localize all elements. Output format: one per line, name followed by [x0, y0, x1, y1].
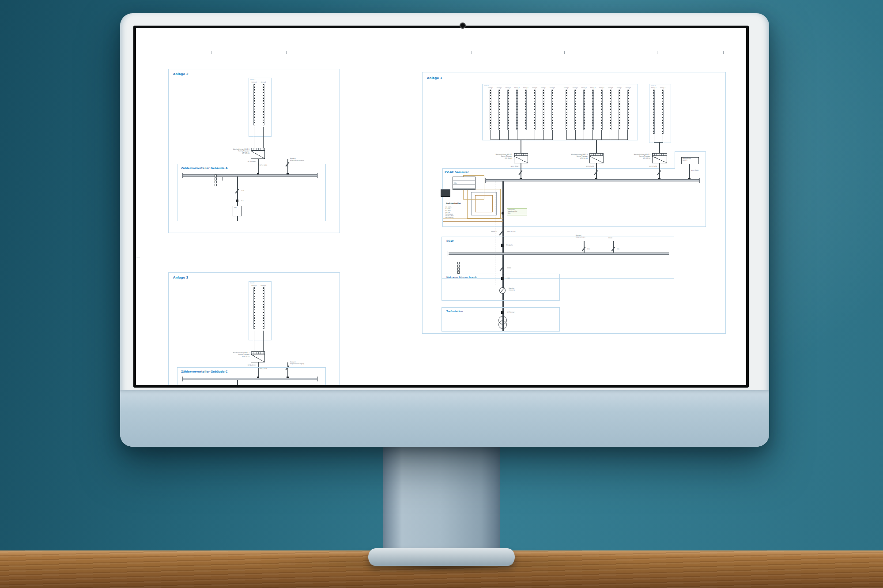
frame-tick — [564, 51, 565, 54]
dc-wire — [263, 127, 264, 148]
dc-wire — [491, 130, 491, 139]
busbar — [183, 378, 317, 380]
imac-stand-neck — [383, 444, 500, 552]
controller-legend: K1 100%K2 60%K3 30%K4 0%RundsteuerModbus… — [445, 206, 454, 219]
frame-left-mark — [136, 257, 140, 257]
pv-module-chain — [619, 90, 620, 130]
device-square — [236, 200, 238, 202]
anlage2-panel-title: Zählervorverteiler Gebäude A — [181, 166, 228, 170]
dc-collector — [654, 142, 663, 143]
anlage1-string-group-c: String 1String 2 — [649, 87, 667, 134]
anlage3-string-group: String 1String 2 — [249, 285, 268, 329]
anlage1-roof1-label: Dach 1 — [484, 85, 489, 87]
pv-string-label: String 8 — [550, 87, 555, 89]
pv-module-chain — [263, 84, 264, 125]
frame-tick — [211, 51, 211, 54]
anlage2-inverter-labels: Wechselrichter WR 2.1Sunny TripowerSTP 2… — [221, 148, 249, 154]
dc-collector — [566, 139, 628, 140]
pv-string: String 1 — [249, 81, 259, 125]
dc-collector — [491, 139, 553, 140]
switch-icon — [498, 231, 504, 236]
pv-module-chain — [516, 90, 518, 130]
dc-wire — [619, 130, 619, 139]
inverter-label-line: STP 50-41 — [505, 158, 512, 159]
anlage2-string-group: String 1String 2 — [249, 81, 268, 125]
anlage2-title: Anlage 2 — [173, 72, 189, 76]
pvac-busbar — [486, 179, 699, 181]
pvac-title: PV-AC Sammler — [445, 170, 469, 173]
egw-drop2-fuse-label: 35A — [617, 249, 619, 250]
feed2-label-line: Allgemeinversorgung — [290, 160, 304, 162]
imac-stand-foot — [368, 548, 515, 566]
anlage2-roof-label: Dach 1 — [250, 79, 255, 80]
pv-string-label: String 4 — [514, 87, 520, 89]
ac-drop-label: NYY-J 5x16 — [642, 166, 657, 167]
anlage1-roof2-label: Dach 2 — [651, 85, 656, 87]
measure-tap-label: ÜbergabeMessung EZAP/Q — [507, 208, 527, 215]
pv-string: String 1 — [649, 87, 658, 134]
screen-bezel: Anlage 2 Dach 1 String 1String 2 Wechsel… — [133, 26, 749, 388]
device-square — [501, 244, 504, 247]
dc-wire — [663, 134, 663, 142]
anlage3-roof-label: Dach 1 — [250, 282, 255, 284]
pv-module-chain — [507, 90, 509, 130]
ac-drop-label: NYY-J 5x16 — [579, 166, 594, 167]
nas-meter-labels: Wandler-messung — [509, 288, 515, 291]
pv-string-label: String 1 — [252, 81, 257, 83]
wr2-labels: Wechselrichter WR 1.2Sunny TripowerSTP 5… — [559, 154, 588, 159]
pv-module-chain — [253, 84, 255, 125]
pv-string-label: String 6 — [532, 87, 537, 89]
measure-tap-dot — [502, 212, 504, 215]
tap-label-line: P/Q — [508, 213, 526, 215]
inverter-symbol-wr2 — [589, 156, 604, 163]
fuse-squares — [457, 262, 460, 274]
egw-drop1-fuse-label: 63A — [587, 249, 590, 250]
pv-string-label: String 2 — [261, 285, 266, 286]
pv-module-chain — [253, 287, 255, 329]
pv-module-chain — [263, 287, 264, 329]
ac-drop-label: NYY-J 5x16 — [503, 166, 518, 167]
pv-string: String 5 — [597, 87, 606, 130]
fuse-icon — [215, 174, 217, 177]
pv-string: String 2 — [571, 87, 580, 130]
dc-feed — [659, 142, 660, 153]
egw-drop2-label: NSHV — [608, 237, 612, 239]
pv-string: String 6 — [606, 87, 615, 130]
pv-string: String 1 — [249, 285, 259, 329]
frame-tick — [472, 51, 472, 54]
switch-icon — [581, 247, 587, 252]
pv-string-label: String 6 — [608, 87, 613, 89]
pv-module-chain — [653, 90, 655, 134]
inverter-label-line: STP 25-50 — [242, 152, 249, 154]
inverter-symbol — [251, 354, 265, 362]
busbar — [183, 174, 317, 177]
fuse-icon — [215, 181, 217, 183]
switch-icon — [517, 170, 524, 175]
switch-icon — [656, 170, 662, 175]
pv-module-chain — [490, 90, 491, 130]
pv-string-label: String 2 — [573, 87, 578, 89]
pv-string: String 4 — [513, 87, 521, 130]
fuse-icon — [457, 268, 460, 271]
dc-wire — [543, 130, 544, 139]
nas-meter-label: messung — [509, 290, 515, 291]
frame-tick — [379, 51, 379, 54]
meter-text: eHZ — [234, 207, 237, 208]
gen-meter-line: WR 1.3 — [683, 160, 698, 162]
screen-content: Anlage 2 Dach 1 String 1String 2 Wechsel… — [136, 28, 746, 385]
dc-wire — [254, 127, 254, 148]
nas-title: Netzanschlussschrank — [446, 276, 477, 279]
pv-module-chain — [627, 90, 629, 130]
feeder-label-right: NAYY 4x150 — [507, 231, 515, 233]
camera-icon — [460, 23, 466, 29]
inverter-symbol — [251, 151, 265, 159]
meter-box: eHZ — [233, 206, 242, 216]
anlage1-string-group-a: String 1String 2String 3String 4String 5… — [486, 87, 557, 130]
dc-wire — [517, 130, 517, 139]
frame-tick — [723, 51, 724, 54]
pv-string-label: String 2 — [660, 87, 665, 89]
dc-wire — [254, 331, 254, 351]
drawing-frame-top — [145, 51, 742, 51]
pv-string-label: String 3 — [581, 87, 587, 89]
pv-module-chain — [525, 90, 527, 130]
